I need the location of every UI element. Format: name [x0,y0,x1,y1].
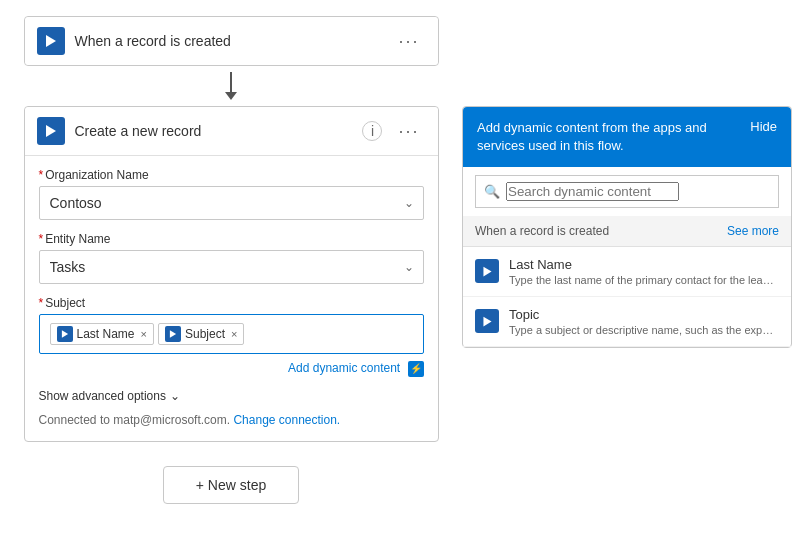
svg-marker-4 [483,267,491,277]
dynamic-item-lastname[interactable]: Last Name Type the last name of the prim… [463,247,791,297]
token-lastname-remove[interactable]: × [141,328,147,340]
add-dynamic-badge: ⚡ [408,361,424,377]
dynamic-search-wrapper: 🔍 [475,175,779,208]
change-connection-link[interactable]: Change connection. [233,413,340,427]
subject-required-star: * [39,296,44,310]
token-subject-icon [165,326,181,342]
new-step-button[interactable]: + New step [163,466,299,504]
dynamic-search-input[interactable] [506,182,679,201]
org-required-star: * [39,168,44,182]
svg-marker-2 [61,330,67,338]
token-lastname-label: Last Name [77,327,135,341]
dynamic-content-panel: Add dynamic content from the apps and se… [462,106,792,348]
dynamic-section-header: When a record is created See more [463,216,791,247]
add-dynamic-link-wrapper: Add dynamic content ⚡ [39,358,424,377]
svg-marker-3 [170,330,176,338]
action-icon [37,117,65,145]
hide-button[interactable]: Hide [750,119,777,134]
trigger-more-button[interactable]: ··· [392,30,425,52]
organization-label: * Organization Name [39,168,424,182]
token-subject: Subject × [158,323,244,345]
dynamic-item-topic-name: Topic [509,307,779,322]
dynamic-item-lastname-name: Last Name [509,257,779,272]
svg-marker-5 [483,317,491,327]
trigger-title: When a record is created [75,33,383,49]
dynamic-item-topic-desc: Type a subject or descriptive name, such… [509,324,779,336]
dynamic-item-lastname-icon [475,259,499,283]
organization-select-wrapper: Contoso ⌄ [39,186,424,220]
action-title: Create a new record [75,123,353,139]
entity-required-star: * [39,232,44,246]
dynamic-section-title: When a record is created [475,224,609,238]
dynamic-item-lastname-content: Last Name Type the last name of the prim… [509,257,779,286]
dynamic-item-topic[interactable]: Topic Type a subject or descriptive name… [463,297,791,347]
dynamic-item-topic-icon [475,309,499,333]
dynamic-panel-header: Add dynamic content from the apps and se… [463,107,791,167]
connection-info: Connected to matp@microsoft.com. Change … [39,413,424,427]
trigger-card: When a record is created ··· [24,16,439,66]
search-icon: 🔍 [484,184,500,199]
subject-field: * Subject Last Name × [39,296,424,377]
show-advanced-toggle[interactable]: Show advanced options ⌄ [39,389,424,403]
entity-select[interactable]: Tasks [39,250,424,284]
organization-field: * Organization Name Contoso ⌄ [39,168,424,220]
action-info-button[interactable]: i [362,121,382,141]
add-dynamic-link[interactable]: Add dynamic content ⚡ [288,361,423,375]
subject-label: * Subject [39,296,424,310]
advanced-chevron-icon: ⌄ [170,389,180,403]
svg-marker-0 [46,35,56,47]
token-subject-label: Subject [185,327,225,341]
svg-marker-1 [46,125,56,137]
entity-label: * Entity Name [39,232,424,246]
token-subject-remove[interactable]: × [231,328,237,340]
action-card: Create a new record i ··· * Organization… [24,106,439,442]
entity-field: * Entity Name Tasks ⌄ [39,232,424,284]
dynamic-header-text: Add dynamic content from the apps and se… [477,119,738,155]
trigger-icon [37,27,65,55]
dynamic-item-lastname-desc: Type the last name of the primary contac… [509,274,779,286]
subject-input[interactable]: Last Name × Subject × [39,314,424,354]
token-lastname-icon [57,326,73,342]
action-more-button[interactable]: ··· [392,120,425,142]
see-more-link[interactable]: See more [727,224,779,238]
entity-select-wrapper: Tasks ⌄ [39,250,424,284]
organization-select[interactable]: Contoso [39,186,424,220]
flow-connector [225,66,237,106]
dynamic-item-topic-content: Topic Type a subject or descriptive name… [509,307,779,336]
token-lastname: Last Name × [50,323,154,345]
